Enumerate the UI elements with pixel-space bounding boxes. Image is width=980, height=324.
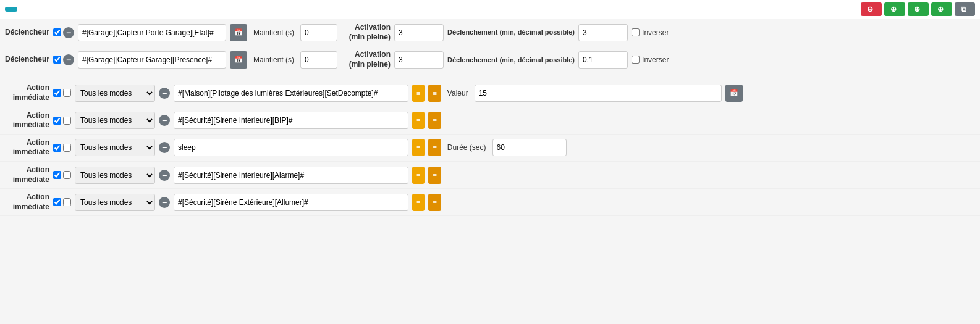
action-mode-select-0[interactable]: Tous les modesMode jourMode nuitMode abs… (75, 85, 155, 102)
activation-label-1: Activation (min pleine) (341, 50, 391, 69)
dupliquer-button[interactable]: ⧉ (955, 2, 975, 16)
action-mode-select-3[interactable]: Tous les modesMode jourMode nuitMode abs… (75, 167, 155, 184)
activation-label-0: Activation (min pleine) (341, 23, 391, 42)
action-list2-btn-1[interactable]: ≡ (428, 112, 441, 129)
main-content: Déclencheur − 📅 Maintient (s) Activation… (0, 19, 980, 216)
action-section: Actionimmédiate Tous les modesMode jourM… (0, 80, 980, 216)
declencheur-button[interactable]: ⊕ (931, 2, 952, 16)
supprimer-button[interactable]: ⊖ (861, 2, 882, 16)
valeur-input-0[interactable] (475, 85, 722, 102)
duree-input-2[interactable] (492, 139, 567, 156)
declencheur-cal-btn-1[interactable]: 📅 (230, 51, 247, 69)
declenchement-label-1: Déclenchement (min, décimal possible) (447, 56, 575, 64)
inverser-label-1: Inverser (642, 56, 669, 64)
declencheur-cal-btn-0[interactable]: 📅 (230, 24, 247, 41)
plus-icon-declencheur: ⊕ (937, 5, 944, 14)
action-list-btn-0[interactable]: ≡ (412, 85, 425, 102)
action-list2-btn-3[interactable]: ≡ (428, 167, 441, 184)
inverser-checkbox-0[interactable] (632, 28, 640, 36)
action-checkbox2-2[interactable] (63, 144, 71, 152)
valeur-label-0: Valeur (447, 89, 468, 98)
action-cmd-input-0[interactable] (174, 85, 408, 102)
action-row-1: Actionimmédiate Tous les modesMode jourM… (0, 107, 980, 135)
inverser-checkbox-1[interactable] (632, 56, 640, 64)
maintient-label-1: Maintient (s) (253, 56, 294, 64)
action-checkbox-0[interactable] (53, 89, 61, 97)
action-list-btn-3[interactable]: ≡ (412, 167, 425, 184)
minus-icon: ⊖ (867, 5, 873, 14)
action-row-3: Actionimmédiate Tous les modesMode jourM… (0, 162, 980, 189)
inverser-group-1: Inverser (632, 56, 669, 64)
inverser-label-0: Inverser (642, 28, 669, 37)
action-list2-btn-4[interactable]: ≡ (428, 194, 441, 211)
action-label-0: Actionimmédiate (0, 83, 49, 102)
action-imm-button[interactable]: ⊕ (908, 2, 929, 16)
declenchement-input-1[interactable] (578, 51, 628, 69)
action-list2-btn-2[interactable]: ≡ (428, 139, 441, 156)
action-checkbox2-1[interactable] (63, 117, 71, 125)
action-cmd-input-4[interactable] (174, 194, 408, 211)
maintient-label-0: Maintient (s) (253, 28, 294, 37)
action-mode-select-1[interactable]: Tous les modesMode jourMode nuitMode abs… (75, 112, 155, 129)
action-list-btn-1[interactable]: ≡ (412, 112, 425, 129)
valeur-cal-btn-0[interactable]: 📅 (725, 85, 743, 102)
copy-icon: ⧉ (961, 5, 966, 14)
activation-input-1[interactable] (394, 51, 444, 69)
action-checkbox2-4[interactable] (63, 198, 71, 206)
declencheur-minus-btn-1[interactable]: − (63, 54, 74, 65)
action-row-4: Actionimmédiate Tous les modesMode jourM… (0, 189, 980, 216)
action-check-group-0 (53, 89, 71, 97)
action-cmd-input-1[interactable] (174, 112, 408, 129)
action-cmd-input-2[interactable] (174, 139, 408, 156)
action-list-btn-2[interactable]: ≡ (412, 139, 425, 156)
declencheur-check-group-1: − (53, 54, 74, 65)
declencheur-label-1: Déclencheur (0, 55, 49, 65)
plus-icon-action-imm: ⊕ (914, 5, 920, 14)
action-check-group-4 (53, 198, 71, 206)
action-check-group-3 (53, 171, 71, 179)
action-label-1: Actionimmédiate (0, 111, 49, 130)
declencheur-checkbox-1[interactable] (53, 56, 61, 64)
action-checkbox-4[interactable] (53, 198, 61, 206)
action-minus-btn-4[interactable]: − (159, 197, 170, 208)
action-list-btn-4[interactable]: ≡ (412, 194, 425, 211)
action-checkbox-3[interactable] (53, 171, 61, 179)
declencheur-minus-btn-0[interactable]: − (63, 27, 74, 38)
garage-button[interactable] (5, 7, 17, 12)
action-row-2: Actionimmédiate Tous les modesMode jourM… (0, 135, 980, 162)
declencheur-row-1: Déclencheur − 📅 Maintient (s) Activation… (0, 46, 980, 73)
declencheur-checkbox-0[interactable] (53, 28, 61, 36)
action-mode-select-4[interactable]: Tous les modesMode jourMode nuitMode abs… (75, 194, 155, 211)
top-bar-left-section (5, 5, 17, 14)
action-mode-select-2[interactable]: Tous les modesMode jourMode nuitMode abs… (75, 139, 155, 156)
action-checkbox-2[interactable] (53, 144, 61, 152)
action-minus-btn-1[interactable]: − (159, 115, 170, 126)
action-minus-btn-2[interactable]: − (159, 142, 170, 153)
declencheur-row-0: Déclencheur − 📅 Maintient (s) Activation… (0, 19, 980, 46)
action-check-group-2 (53, 144, 71, 152)
declencheur-section: Déclencheur − 📅 Maintient (s) Activation… (0, 19, 980, 73)
maintient-input-1[interactable] (300, 51, 337, 69)
declencheur-label-0: Déclencheur (0, 28, 49, 38)
action-minus-btn-3[interactable]: − (159, 170, 170, 181)
action-cmd-input-3[interactable] (174, 167, 408, 184)
action-row-0: Actionimmédiate Tous les modesMode jourM… (0, 80, 980, 107)
action-button[interactable]: ⊕ (884, 2, 905, 16)
activation-input-0[interactable] (394, 24, 444, 41)
duree-label-2: Durée (sec) (447, 143, 486, 152)
action-minus-btn-0[interactable]: − (159, 88, 170, 99)
inverser-group-0: Inverser (632, 28, 669, 37)
action-list2-btn-0[interactable]: ≡ (428, 85, 441, 102)
plus-icon-action: ⊕ (890, 5, 897, 14)
action-check-group-1 (53, 117, 71, 125)
declencheur-check-group-0: − (53, 27, 74, 38)
declenchement-input-0[interactable] (578, 24, 628, 41)
maintient-input-0[interactable] (300, 24, 337, 41)
action-label-4: Actionimmédiate (0, 193, 49, 212)
action-checkbox-1[interactable] (53, 117, 61, 125)
action-checkbox2-0[interactable] (63, 89, 71, 97)
declenchement-label-0: Déclenchement (min, décimal possible) (447, 28, 575, 36)
declencheur-cmd-input-0[interactable] (78, 24, 226, 41)
declencheur-cmd-input-1[interactable] (78, 51, 226, 69)
action-checkbox2-3[interactable] (63, 171, 71, 179)
